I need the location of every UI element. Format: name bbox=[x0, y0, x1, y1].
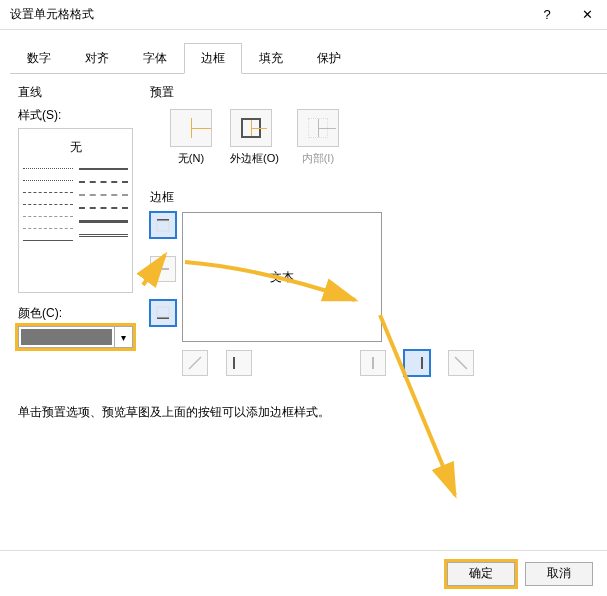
svg-line-9 bbox=[455, 357, 467, 369]
tab-font[interactable]: 字体 bbox=[126, 43, 184, 74]
border-section-label: 边框 bbox=[150, 189, 474, 206]
preset-inner-label: 内部(I) bbox=[302, 152, 334, 164]
border-middle-v-button[interactable] bbox=[360, 350, 386, 376]
border-top-button[interactable] bbox=[150, 212, 176, 238]
line-section: 直线 样式(S): 无 bbox=[18, 84, 138, 348]
style-dashdot-med[interactable] bbox=[79, 194, 129, 196]
style-dashdot[interactable] bbox=[23, 216, 73, 217]
preset-section: 预置 无(N) 外边框(O) 内部(I) bbox=[150, 84, 339, 170]
svg-line-5 bbox=[189, 357, 201, 369]
style-solid-thick[interactable] bbox=[79, 220, 129, 223]
tabs: 数字 对齐 字体 边框 填充 保护 bbox=[10, 42, 607, 74]
ok-button[interactable]: 确定 bbox=[447, 562, 515, 586]
style-solid-med[interactable] bbox=[79, 168, 129, 170]
line-section-label: 直线 bbox=[18, 84, 138, 101]
tab-protection[interactable]: 保护 bbox=[300, 43, 358, 74]
svg-rect-7 bbox=[372, 357, 374, 369]
preview-text: 文本 bbox=[270, 269, 294, 286]
preset-inner-icon bbox=[308, 118, 328, 138]
svg-rect-1 bbox=[157, 221, 169, 231]
style-dashed-med[interactable] bbox=[79, 181, 129, 183]
dialog-footer: 确定 取消 bbox=[0, 550, 607, 596]
border-bottom-button[interactable] bbox=[150, 300, 176, 326]
border-diag-down-button[interactable] bbox=[448, 350, 474, 376]
chevron-down-icon: ▾ bbox=[114, 327, 132, 347]
window-title: 设置单元格格式 bbox=[10, 6, 94, 23]
preset-none-button[interactable] bbox=[170, 109, 212, 147]
tab-fill[interactable]: 填充 bbox=[242, 43, 300, 74]
style-label: 样式(S): bbox=[18, 107, 138, 124]
help-button[interactable]: ? bbox=[527, 0, 567, 30]
titlebar: 设置单元格格式 ? ✕ bbox=[0, 0, 607, 30]
style-dashdot2[interactable] bbox=[23, 228, 73, 229]
style-solid-thin[interactable] bbox=[23, 240, 73, 241]
color-swatch bbox=[21, 329, 112, 345]
color-label: 颜色(C): bbox=[18, 305, 138, 322]
preset-none-label: 无(N) bbox=[178, 152, 204, 164]
tab-border[interactable]: 边框 bbox=[184, 43, 242, 74]
border-preview[interactable]: 文本 bbox=[182, 212, 382, 342]
tab-number[interactable]: 数字 bbox=[10, 43, 68, 74]
svg-rect-2 bbox=[157, 268, 169, 270]
style-dashed-med2[interactable] bbox=[79, 207, 129, 209]
close-button[interactable]: ✕ bbox=[567, 0, 607, 30]
tab-alignment[interactable]: 对齐 bbox=[68, 43, 126, 74]
svg-rect-8 bbox=[421, 357, 423, 369]
border-right-button[interactable] bbox=[404, 350, 430, 376]
style-list[interactable]: 无 bbox=[18, 128, 133, 293]
preset-outer-button[interactable] bbox=[230, 109, 272, 147]
hint-text: 单击预置选项、预览草图及上面的按钮可以添加边框样式。 bbox=[18, 404, 330, 421]
style-dotted[interactable] bbox=[23, 168, 73, 169]
preset-section-label: 预置 bbox=[150, 84, 339, 101]
border-middle-h-button[interactable] bbox=[150, 256, 176, 282]
border-diag-up-button[interactable] bbox=[182, 350, 208, 376]
preset-none-icon bbox=[181, 118, 201, 138]
border-left-button[interactable] bbox=[226, 350, 252, 376]
style-dashed2[interactable] bbox=[23, 204, 73, 205]
color-dropdown[interactable]: ▾ bbox=[18, 326, 133, 348]
style-none[interactable]: 无 bbox=[23, 139, 128, 156]
style-dotted2[interactable] bbox=[23, 180, 73, 181]
svg-rect-4 bbox=[157, 307, 169, 317]
preset-inner-button[interactable] bbox=[297, 109, 339, 147]
svg-rect-6 bbox=[233, 357, 235, 369]
preset-outer-label: 外边框(O) bbox=[230, 152, 279, 164]
tab-content: 直线 样式(S): 无 bbox=[0, 74, 607, 94]
style-dashed[interactable] bbox=[23, 192, 73, 193]
border-section: 边框 文本 bbox=[150, 189, 474, 376]
preset-outer-icon bbox=[241, 118, 261, 138]
style-double[interactable] bbox=[79, 234, 129, 237]
cancel-button[interactable]: 取消 bbox=[525, 562, 593, 586]
